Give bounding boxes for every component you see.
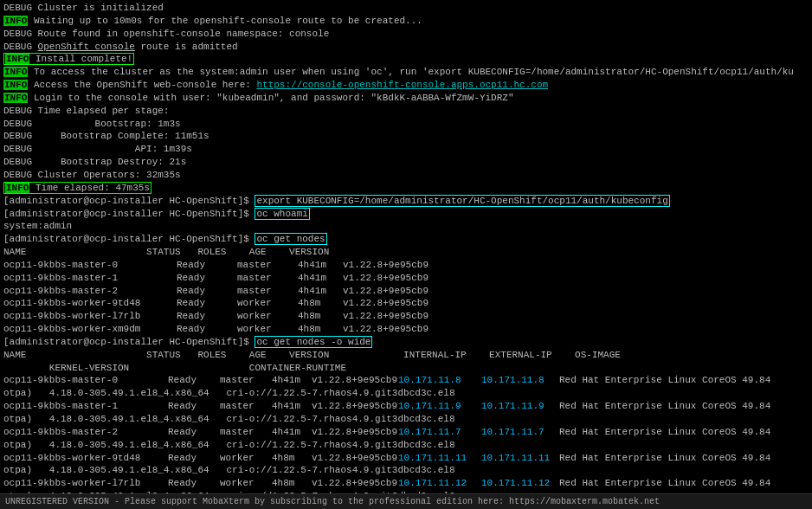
node-wide-row-1: ocp11-9kbbs-master-0Readymaster4h41mv1.2… — [3, 374, 809, 387]
line-14: DEBUG Cluster Operators: 32m35s — [3, 169, 809, 182]
kernel-row-1: otpa) 4.18.0-305.49.1.el8_4.x86_64 cri-o… — [3, 387, 809, 400]
line-17: [administrator@ocp-installer HC-OpenShif… — [3, 208, 809, 221]
cmd-getnodes-box: oc get nodes — [255, 233, 326, 245]
line-11: DEBUG Bootstrap Complete: 11m51s — [3, 130, 809, 143]
line-6: INFO To access the cluster as the system… — [3, 66, 809, 79]
line-19: [administrator@ocp-installer HC-OpenShif… — [3, 233, 809, 246]
nodes-kernel-header: KERNEL-VERSION CONTAINER-RUNTIME — [3, 362, 809, 375]
statusbar: UNREGISTERED VERSION - Please support Mo… — [0, 493, 812, 509]
kernel-row-3: otpa) 4.18.0-305.49.1.el8_4.x86_64 cri-o… — [3, 439, 809, 452]
kernel-row-2: otpa) 4.18.0-305.49.1.el8_4.x86_64 cri-o… — [3, 413, 809, 426]
ip-5a: 10.171.11.12 — [398, 477, 481, 490]
line-4: DEBUG OpenShift console route is admitte… — [3, 41, 809, 54]
info-label-2: INFO — [3, 16, 28, 26]
info-label-7: INFO — [3, 80, 28, 90]
node-row-5: ocp11-9kbbs-worker-l7rlbReadyworker4h8mv… — [3, 310, 809, 323]
cmd-whoami-box: oc whoami — [255, 208, 309, 220]
node-wide-row-2: ocp11-9kbbs-master-1Readymaster4h41mv1.2… — [3, 400, 809, 413]
console-url[interactable]: https://console-openshift-console.apps.o… — [256, 80, 548, 90]
node-wide-row-3: ocp11-9kbbs-master-2Readymaster4h41mv1.2… — [3, 426, 809, 439]
ip-2b: 10.171.11.9 — [481, 400, 559, 413]
line-8: INFO Login to the console with user: "ku… — [3, 92, 809, 105]
info-label-6: INFO — [3, 67, 28, 77]
nodes-wide-header: NAME STATUS ROLES AGE VERSION INTERNAL-I… — [3, 349, 809, 362]
ip-4a: 10.171.11.11 — [398, 452, 481, 465]
node-row-4: ocp11-9kbbs-worker-9td48Readyworker4h8mv… — [3, 297, 809, 310]
ip-3a: 10.171.11.7 — [398, 426, 481, 439]
cmd-export-box: export KUBECONFIG=/home/administrator/HC… — [255, 195, 669, 207]
node-wide-row-4: ocp11-9kbbs-worker-9td48Readyworker4h8mv… — [3, 452, 809, 465]
line-18: system:admin — [3, 220, 809, 233]
terminal: DEBUG Cluster is initialized INFO Waitin… — [0, 0, 812, 493]
line-15: INFO Time elapsed: 47m35s — [3, 182, 809, 195]
line-16: [administrator@ocp-installer HC-OpenShif… — [3, 195, 809, 208]
kernel-row-4: otpa) 4.18.0-305.49.1.el8_4.x86_64 cri-o… — [3, 464, 809, 477]
ip-2a: 10.171.11.9 — [398, 400, 481, 413]
ip-3b: 10.171.11.7 — [481, 426, 559, 439]
cmd-getnodes-wide-box: oc get nodes -o wide — [255, 336, 372, 348]
node-row-2: ocp11-9kbbs-master-1Readymaster4h41mv1.2… — [3, 272, 809, 285]
statusbar-text: UNREGISTERED VERSION - Please support Mo… — [5, 497, 660, 506]
node-wide-row-5: ocp11-9kbbs-worker-l7rlbReadyworker4h8mv… — [3, 477, 809, 490]
node-row-1: ocp11-9kbbs-master-0Readymaster4h41mv1.2… — [3, 259, 809, 272]
nodes-header: NAME STATUS ROLES AGE VERSION — [3, 246, 809, 259]
line-3: DEBUG Route found in openshift-console n… — [3, 28, 809, 41]
ip-5b: 10.171.11.12 — [481, 477, 559, 490]
line-5: INFO Install complete! — [3, 53, 809, 66]
install-complete-box: INFO Install complete! — [3, 53, 134, 65]
line-13: DEBUG Bootstrap Destroy: 21s — [3, 156, 809, 169]
line-1: DEBUG Cluster is initialized — [3, 2, 809, 15]
line-7: INFO Access the OpenShift web-console he… — [3, 79, 809, 92]
ip-4b: 10.171.11.11 — [481, 452, 559, 465]
node-row-6: ocp11-9kbbs-worker-xm9dmReadyworker4h8mv… — [3, 323, 809, 336]
time-elapsed-box: INFO Time elapsed: 47m35s — [3, 182, 151, 194]
info-label-15: INFO — [5, 183, 29, 193]
info-label-5: INFO — [5, 54, 29, 64]
line-9: DEBUG Time elapsed per stage: — [3, 105, 809, 118]
node-row-3: ocp11-9kbbs-master-2Readymaster4h41mv1.2… — [3, 285, 809, 298]
line-10: DEBUG Bootstrap: 1m3s — [3, 118, 809, 131]
line-12: DEBUG API: 1m39s — [3, 143, 809, 156]
line-wide-cmd: [administrator@ocp-installer HC-OpenShif… — [3, 336, 809, 349]
info-label-8: INFO — [3, 93, 28, 103]
ip-1b: 10.171.11.8 — [481, 374, 559, 387]
ip-1a: 10.171.11.8 — [398, 374, 481, 387]
line-2: INFO Waiting up to 10m0s for the openshi… — [3, 15, 809, 28]
